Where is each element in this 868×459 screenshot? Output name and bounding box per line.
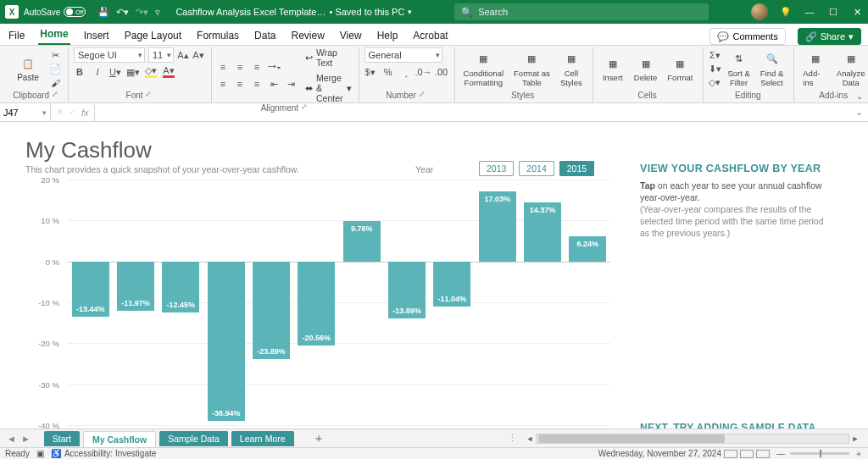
normal-view-icon[interactable]: [724, 450, 737, 458]
autosum-icon[interactable]: Σ▾: [709, 50, 721, 62]
font-dialog-launcher[interactable]: ⤢: [145, 90, 152, 98]
decrease-indent-icon[interactable]: ⇤: [268, 78, 280, 90]
collapse-ribbon-icon[interactable]: ⌄: [856, 91, 863, 101]
accessibility-status[interactable]: Accessibility: Investigate: [64, 449, 156, 458]
tab-formulas[interactable]: Formulas: [195, 26, 241, 45]
italic-icon[interactable]: I: [92, 66, 103, 78]
find-select-button[interactable]: 🔍Find & Select: [757, 50, 787, 89]
align-center-icon[interactable]: ≡: [234, 78, 246, 90]
font-name-select[interactable]: Segoe UI: [74, 47, 145, 63]
conditional-formatting-button[interactable]: ▦Conditional Formatting: [460, 50, 508, 89]
tab-acrobat[interactable]: Acrobat: [411, 26, 449, 45]
comma-icon[interactable]: ˏ: [400, 66, 412, 78]
year-button-2015[interactable]: 2015: [559, 161, 594, 176]
sheet-nav-prev-icon[interactable]: ◄: [7, 434, 16, 444]
fill-icon[interactable]: ⬇▾: [709, 64, 721, 75]
border-icon[interactable]: ▦▾: [127, 66, 139, 78]
share-button[interactable]: 🔗 Share ▾: [798, 28, 861, 45]
sheet-tab-my-cashflow[interactable]: My Cashflow: [83, 431, 156, 448]
year-button-2014[interactable]: 2014: [519, 161, 554, 176]
sheet-tab-sample-data[interactable]: Sample Data: [159, 431, 228, 446]
format-as-table-button[interactable]: ▦Format as Table: [510, 50, 554, 89]
tab-view[interactable]: View: [338, 26, 364, 45]
format-cells-button[interactable]: ▦Format: [664, 54, 696, 84]
orientation-icon[interactable]: ⭢▾: [268, 61, 280, 73]
tab-file[interactable]: File: [7, 26, 26, 45]
insert-function-icon[interactable]: fx: [81, 108, 89, 118]
align-bottom-icon[interactable]: ≡: [251, 61, 263, 73]
tab-page-layout[interactable]: Page Layout: [123, 26, 183, 45]
maximize-button[interactable]: ☐: [827, 6, 839, 18]
analyze-data-button[interactable]: ▦Analyze Data: [834, 50, 867, 89]
horizontal-scrollbar[interactable]: ⋮ ◄ ►: [325, 433, 868, 444]
insert-cells-button[interactable]: ▦Insert: [598, 54, 627, 84]
fill-color-icon[interactable]: ◇▾: [145, 66, 157, 78]
user-avatar[interactable]: [751, 3, 768, 20]
name-box[interactable]: J47▾: [0, 103, 51, 121]
sheet-nav-next-icon[interactable]: ►: [21, 434, 31, 444]
increase-decimal-icon[interactable]: .0→: [418, 66, 430, 78]
close-button[interactable]: ✕: [851, 6, 863, 18]
zoom-out-icon[interactable]: —: [776, 449, 785, 458]
wrap-text-button[interactable]: ↩Wrap Text: [305, 47, 352, 68]
delete-cells-button[interactable]: ▦Delete: [631, 54, 660, 84]
chart-bar[interactable]: [208, 262, 245, 421]
clipboard-dialog-launcher[interactable]: ⤢: [52, 90, 58, 98]
zoom-slider[interactable]: [790, 452, 849, 455]
decrease-decimal-icon[interactable]: .00: [436, 66, 448, 78]
year-button-2013[interactable]: 2013: [479, 161, 514, 176]
sheet-tab-learn-more[interactable]: Learn More: [231, 431, 294, 446]
tab-review[interactable]: Review: [289, 26, 326, 45]
cut-icon[interactable]: ✂: [49, 50, 61, 62]
align-right-icon[interactable]: ≡: [251, 78, 263, 90]
clear-icon[interactable]: ◇▾: [709, 77, 721, 89]
page-layout-view-icon[interactable]: [740, 450, 754, 458]
paste-button[interactable]: 📋 Paste: [10, 54, 46, 84]
sheet-tab-start[interactable]: Start: [44, 431, 80, 446]
coming-soon-icon[interactable]: 💡: [780, 6, 792, 18]
document-name[interactable]: Cashflow Analysis Excel Template… • Save…: [175, 7, 412, 17]
sort-filter-button[interactable]: ⇅Sort & Filter: [724, 50, 753, 89]
tab-insert[interactable]: Insert: [82, 26, 111, 45]
tab-data[interactable]: Data: [253, 26, 277, 45]
worksheet-area[interactable]: My Cashflow This chart provides a quick …: [0, 122, 868, 435]
undo-icon[interactable]: ↶▾: [116, 7, 129, 18]
expand-formula-bar-icon[interactable]: ⌄: [850, 107, 868, 118]
number-format-select[interactable]: General: [364, 47, 442, 63]
format-painter-icon[interactable]: 🖌: [49, 77, 61, 89]
chart-bar[interactable]: [253, 262, 290, 359]
macro-record-icon[interactable]: ▣: [36, 449, 44, 458]
decrease-font-icon[interactable]: A▾: [192, 49, 204, 61]
redo-icon[interactable]: ↷▾: [136, 7, 148, 18]
page-break-view-icon[interactable]: [756, 450, 770, 458]
search-input[interactable]: 🔍 Search: [454, 3, 709, 20]
alignment-dialog-launcher[interactable]: ⤢: [301, 102, 308, 111]
align-top-icon[interactable]: ≡: [217, 61, 229, 73]
qat-customize-icon[interactable]: ▿: [155, 7, 160, 18]
autosave-toggle[interactable]: AutoSave Off: [24, 7, 86, 17]
accessibility-icon[interactable]: ♿: [51, 449, 61, 458]
align-middle-icon[interactable]: ≡: [234, 61, 246, 73]
autosave-switch[interactable]: Off: [64, 7, 86, 17]
increase-font-icon[interactable]: A▴: [177, 49, 189, 61]
tab-help[interactable]: Help: [376, 26, 400, 45]
enter-formula-icon[interactable]: ✓: [69, 107, 76, 118]
minimize-button[interactable]: —: [804, 6, 815, 18]
new-sheet-button[interactable]: ＋: [313, 431, 325, 446]
cancel-formula-icon[interactable]: ✕: [56, 107, 64, 118]
copy-icon[interactable]: 📄: [49, 64, 61, 75]
font-color-icon[interactable]: A▾: [163, 66, 175, 78]
increase-indent-icon[interactable]: ⇥: [285, 78, 297, 90]
bold-icon[interactable]: B: [74, 66, 86, 78]
underline-icon[interactable]: U▾: [109, 66, 121, 78]
percent-icon[interactable]: %: [382, 66, 394, 78]
zoom-in-icon[interactable]: ＋: [854, 448, 863, 460]
font-size-select[interactable]: 11: [148, 47, 174, 63]
tab-home[interactable]: Home: [38, 25, 70, 45]
cashflow-chart[interactable]: 20 %10 %0 %-10 %-20 %-30 %-40 %-13.44%-1…: [25, 180, 610, 425]
merge-center-button[interactable]: ⬌Merge & Center ▾: [305, 73, 352, 103]
number-dialog-launcher[interactable]: ⤢: [419, 90, 426, 98]
addins-button[interactable]: ▦Add-ins: [799, 50, 831, 89]
currency-icon[interactable]: $▾: [364, 66, 376, 78]
comments-button[interactable]: 💬 Comments: [709, 28, 785, 45]
